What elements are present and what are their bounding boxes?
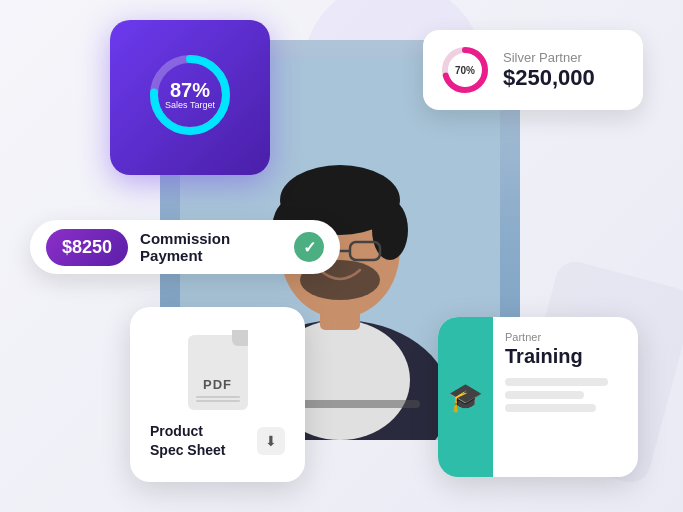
pdf-label: PDF xyxy=(203,377,232,392)
training-label: Partner xyxy=(505,331,626,343)
download-icon[interactable]: ⬇ xyxy=(257,427,285,455)
silver-partner-label: Silver Partner xyxy=(503,50,595,65)
silver-partner-info: Silver Partner $250,000 xyxy=(503,50,595,91)
pdf-lines xyxy=(196,396,240,404)
training-bar-2 xyxy=(505,391,584,399)
sales-target-sublabel: Sales Target xyxy=(165,99,215,110)
sales-target-percent: 87% xyxy=(165,79,215,99)
scene: 87% Sales Target 70% Silver Partner $250… xyxy=(0,0,683,512)
silver-partner-donut: 70% xyxy=(439,44,491,96)
sales-target-donut: 87% Sales Target xyxy=(145,50,235,140)
training-bar-3 xyxy=(505,404,596,412)
commission-label: Commission Payment xyxy=(140,230,294,264)
sales-target-label: 87% Sales Target xyxy=(165,79,215,110)
commission-check-icon: ✓ xyxy=(294,232,324,262)
file-fold xyxy=(232,330,248,346)
svg-point-7 xyxy=(372,200,408,260)
spec-sheet-title: Product Spec Sheet xyxy=(150,422,225,458)
training-sidebar: 🎓 xyxy=(438,317,493,477)
pdf-icon: PDF xyxy=(182,330,254,410)
silver-partner-percent: 70% xyxy=(455,65,475,76)
commission-amount: $8250 xyxy=(46,229,128,266)
sales-target-card: 87% Sales Target xyxy=(110,20,270,175)
pdf-line-1 xyxy=(196,396,240,398)
training-bar-1 xyxy=(505,378,608,386)
spec-sheet-footer: Product Spec Sheet ⬇ xyxy=(146,422,289,458)
training-progress-bars xyxy=(505,378,626,412)
training-content: Partner Training xyxy=(493,317,638,477)
training-title: Training xyxy=(505,345,626,368)
pdf-line-2 xyxy=(196,400,240,402)
commission-card: $8250 Commission Payment ✓ xyxy=(30,220,340,274)
silver-partner-amount: $250,000 xyxy=(503,65,595,91)
silver-partner-card: 70% Silver Partner $250,000 xyxy=(423,30,643,110)
graduation-cap-icon: 🎓 xyxy=(448,381,483,414)
product-spec-card[interactable]: PDF Product Spec Sheet ⬇ xyxy=(130,307,305,482)
partner-training-card[interactable]: 🎓 Partner Training xyxy=(438,317,638,477)
